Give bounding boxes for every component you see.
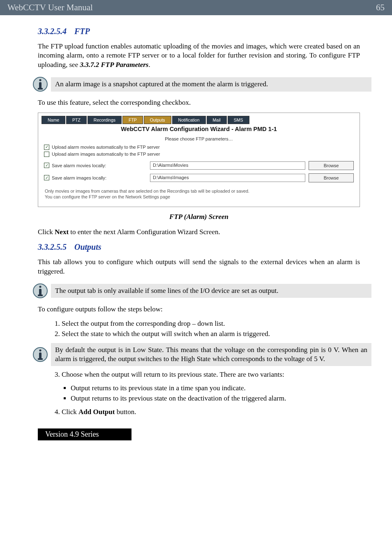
wizard-tabs: Name PTZ Recordings FTP Outputs Notifica… xyxy=(38,113,360,124)
input-save-movies-path[interactable]: D:\Alarms\Movies xyxy=(150,161,305,170)
version-footer: Version 4.9 Series xyxy=(38,428,131,440)
configure-outputs-intro: To configure outputs follow the steps be… xyxy=(38,305,360,314)
info-icon xyxy=(30,74,51,94)
row-upload-movies-auto: ✓ Upload alarm movies automatically to t… xyxy=(44,144,354,151)
browse-movies-button[interactable]: Browse xyxy=(309,161,354,170)
variant-1: Output returns to its previous state in … xyxy=(71,384,360,393)
svg-point-1 xyxy=(39,79,41,81)
svg-rect-3 xyxy=(38,88,43,90)
checkbox-upload-movies[interactable]: ✓ xyxy=(44,145,49,150)
svg-rect-10 xyxy=(39,352,42,359)
section-ftp-heading: 3.3.2.5.4 FTP xyxy=(38,27,360,36)
tab-ftp[interactable]: FTP xyxy=(122,116,143,124)
section-outputs-number: 3.3.2.5.5 xyxy=(38,242,67,251)
tab-notification[interactable]: Notification xyxy=(172,116,206,124)
page-header: WebCCTV User Manual 65 xyxy=(0,0,392,15)
figure-caption-ftp: FTP (Alarm) Screen xyxy=(38,213,360,221)
callout-text: By default the output is in Low State. T… xyxy=(51,343,371,366)
variants-list: Output returns to its previous state in … xyxy=(38,384,360,403)
label-save-images: Save alarm images locally: xyxy=(52,175,106,180)
step-3: Choose when the output will return to it… xyxy=(62,370,360,380)
page-number: 65 xyxy=(376,2,385,13)
label-save-movies: Save alarm movies locally: xyxy=(52,163,106,168)
section-ftp-number: 3.3.2.5.4 xyxy=(38,27,67,36)
svg-rect-11 xyxy=(38,358,43,360)
svg-point-5 xyxy=(39,286,41,288)
tab-outputs[interactable]: Outputs xyxy=(144,116,171,124)
tab-ptz[interactable]: PTZ xyxy=(66,116,87,124)
tab-mail[interactable]: Mail xyxy=(207,116,227,124)
svg-point-9 xyxy=(39,349,41,351)
svg-rect-6 xyxy=(39,289,42,295)
tab-recordings[interactable]: Recordings xyxy=(88,116,122,124)
info-callout-low-state: By default the output is in Low State. T… xyxy=(30,343,371,366)
row-upload-images-auto: ✓ Upload alarm images automatically to t… xyxy=(44,151,354,158)
ftp-wizard-screenshot: Name PTZ Recordings FTP Outputs Notifica… xyxy=(38,113,360,207)
label-upload-images: Upload alarm images automatically to the… xyxy=(52,152,160,157)
info-callout-alarm-image: An alarm image is a snapshot captured at… xyxy=(30,74,371,94)
steps-list-2: Choose when the output will return to it… xyxy=(38,370,360,380)
outputs-paragraph: This tab allows you to configure which o… xyxy=(38,258,360,276)
checkbox-upload-images[interactable]: ✓ xyxy=(44,152,49,157)
step-2: Select the state to which the output wil… xyxy=(62,329,360,339)
steps-list-3: Click Add Output button. xyxy=(38,408,360,417)
manual-title: WebCCTV User Manual xyxy=(7,2,93,13)
wizard-hint: Only movies or images from cameras that … xyxy=(44,182,354,201)
svg-rect-2 xyxy=(39,82,42,89)
section-outputs-heading: 3.3.2.5.5 Outputs xyxy=(38,242,360,252)
checkbox-save-movies[interactable]: ✓ xyxy=(44,163,49,168)
info-callout-output-tab: The output tab is only available if some… xyxy=(30,281,371,301)
para-click-next: Click Next to enter the next Alarm Confi… xyxy=(38,228,360,237)
step-1: Select the output from the corresponding… xyxy=(62,319,360,329)
callout-text: The output tab is only available if some… xyxy=(51,284,371,298)
tab-sms[interactable]: SMS xyxy=(228,116,249,124)
info-icon xyxy=(30,281,51,301)
ftp-params-ref: 3.3.7.2 FTP Parameters xyxy=(80,61,148,69)
info-icon xyxy=(30,345,51,364)
section-ftp-title: FTP xyxy=(74,27,90,36)
label-upload-movies: Upload alarm movies automatically to the… xyxy=(52,145,160,150)
wizard-title: WebCCTV Alarm Configuration Wizard - Ala… xyxy=(38,124,360,136)
browse-images-button[interactable]: Browse xyxy=(309,173,354,182)
step-4: Click Add Output button. xyxy=(62,408,360,417)
section-outputs-title: Outputs xyxy=(74,242,101,251)
steps-list-1: Select the output from the corresponding… xyxy=(38,319,360,339)
callout-text: An alarm image is a snapshot captured at… xyxy=(51,77,371,91)
svg-rect-7 xyxy=(38,295,43,296)
ftp-paragraph: The FTP upload function enables automati… xyxy=(38,42,360,69)
row-save-images: ✓ Save alarm images locally: D:\Alarms\I… xyxy=(44,173,354,182)
tab-name[interactable]: Name xyxy=(42,116,65,124)
row-save-movies: ✓ Save alarm movies locally: D:\Alarms\M… xyxy=(44,161,354,170)
ftp-params-label: Please choose FTP parameters… xyxy=(44,136,354,141)
input-save-images-path[interactable]: D:\Alarms\Images xyxy=(150,174,305,182)
feature-instruction: To use this feature, select the correspo… xyxy=(38,98,360,107)
variant-2: Output returns to its previous state on … xyxy=(71,394,360,403)
checkbox-save-images[interactable]: ✓ xyxy=(44,175,49,180)
